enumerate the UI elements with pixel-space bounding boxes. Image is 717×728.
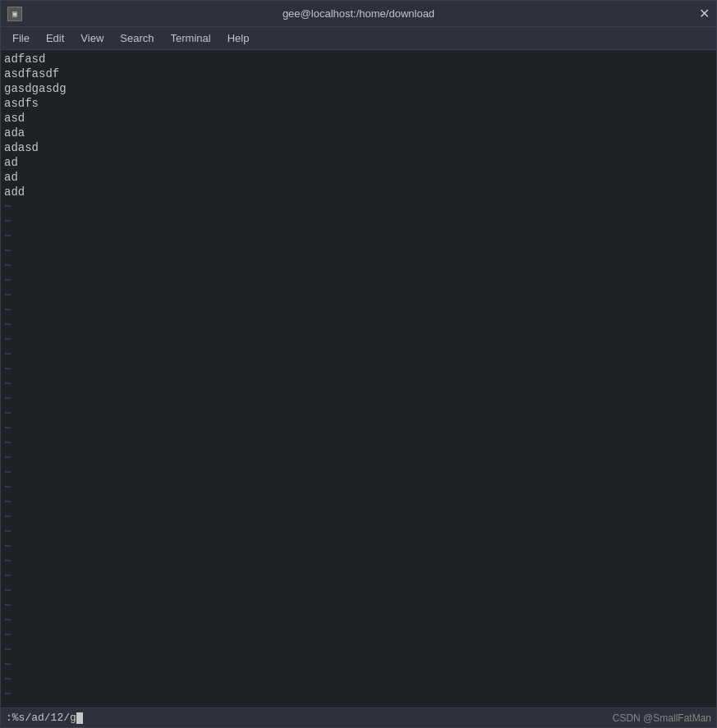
window-title: gee@localhost:/home/download	[283, 7, 434, 20]
command-input[interactable]: :%s/ad/12/g	[6, 712, 83, 724]
close-button[interactable]: ✕	[699, 7, 710, 21]
status-bar: :%s/ad/12/g CSDN @SmallFatMan	[1, 707, 716, 727]
editor-content: adfasd asdfasdf gasdgasdg asdfs asd ada …	[4, 52, 713, 707]
menu-search[interactable]: Search	[112, 30, 162, 46]
menu-view[interactable]: View	[72, 30, 112, 46]
menu-edit[interactable]: Edit	[38, 30, 72, 46]
title-bar: ▣ gee@localhost:/home/download ✕	[1, 1, 716, 27]
status-right-text: CSDN @SmallFatMan	[613, 712, 711, 724]
menu-bar: File Edit View Search Terminal Help	[1, 27, 716, 50]
menu-help[interactable]: Help	[219, 30, 258, 46]
terminal-icon: ▣	[7, 7, 22, 21]
title-bar-left: ▣	[7, 7, 29, 21]
cursor	[76, 712, 83, 724]
menu-terminal[interactable]: Terminal	[163, 30, 219, 46]
editor-area[interactable]: adfasd asdfasdf gasdgasdg asdfs asd ada …	[1, 50, 716, 707]
menu-file[interactable]: File	[4, 30, 38, 46]
terminal-window: ▣ gee@localhost:/home/download ✕ File Ed…	[0, 0, 717, 728]
